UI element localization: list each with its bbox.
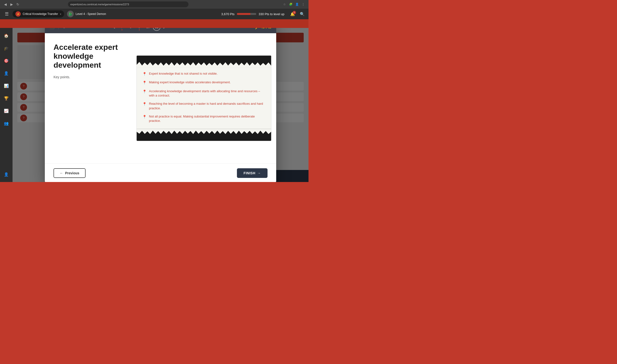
bullet-text-4: Reaching the level of becoming a master …: [149, 102, 265, 110]
slide-prev-button[interactable]: ◀: [110, 28, 117, 30]
lightning-icon: ⚡: [254, 28, 259, 30]
level-text: Level 4 - Speed Demon: [76, 12, 106, 16]
slide-9[interactable]: 9: [136, 28, 143, 31]
left-sidebar: 🏠 🎓 🎯 👤 📊 🏆 📈 👥 👤: [0, 28, 13, 182]
modal-dialog: ⬛ ↻ ◀ 7 8 9 10 11 ▶: [45, 28, 276, 182]
sidebar-item-reports[interactable]: 📈: [2, 107, 10, 115]
back-button[interactable]: ◀: [3, 2, 8, 7]
forward-button[interactable]: ▶: [9, 2, 14, 7]
sidebar-item-analytics[interactable]: 📊: [2, 82, 10, 90]
sidebar-item-team[interactable]: 👥: [2, 119, 10, 127]
bullet-text-3: Accelerating knowledge development start…: [149, 89, 265, 98]
sidebar-item-home[interactable]: 🏠: [2, 32, 10, 39]
modal-navbar: ⬛ ↻ ◀ 7 8 9 10 11 ▶: [45, 28, 276, 33]
previous-button[interactable]: ← Previous: [54, 168, 85, 178]
slide-bullet-2: 📍 Making expert knowledge visible accele…: [142, 80, 265, 85]
slide-card: 10 Pts 📍 Expert knowledge that is not sh…: [137, 55, 271, 141]
browser-chrome: ◀ ▶ ↻ expertized.eu.centrical.me/w/game/…: [0, 0, 308, 9]
slide-7[interactable]: 7: [118, 28, 126, 31]
finish-arrow-icon: →: [257, 171, 261, 175]
app-topbar: ☰ ⚡ Critical Knowledge Transfer ▾ 🐉 Leve…: [0, 9, 308, 19]
pts-badge-value: 40 Pts: [261, 28, 271, 29]
pts-badge: ⚡ 40 Pts: [254, 28, 271, 30]
slide-bottom-decoration: [137, 129, 271, 141]
slide-content: 📍 Expert knowledge that is not shared is…: [137, 68, 271, 129]
modal-right-panel: 10 Pts 📍 Expert knowledge that is not sh…: [137, 33, 276, 163]
notification-count: 5: [293, 11, 296, 14]
menu-icon[interactable]: ⋮: [301, 2, 306, 7]
sidebar-item-missions[interactable]: 🎯: [2, 57, 10, 65]
pts-progress-bar: [237, 13, 256, 15]
finish-button[interactable]: FINISH →: [237, 168, 268, 178]
slide-8[interactable]: 8: [127, 28, 135, 31]
slide-11[interactable]: 11: [153, 28, 161, 31]
reload-button[interactable]: ↻: [15, 2, 20, 7]
modal-title: Accelerate expert knowledge development: [54, 43, 128, 69]
address-bar[interactable]: expertized.eu.centrical.me/w/game/missio…: [68, 1, 189, 7]
sidebar-item-user[interactable]: 👤: [2, 170, 10, 178]
search-icon[interactable]: 🔍: [300, 12, 305, 16]
modal-footer: ← Previous FINISH →: [45, 163, 276, 182]
level-avatar: 🐉: [67, 11, 74, 17]
slide-navigation: ◀ 7 8 9 10 11 ▶: [110, 28, 168, 31]
modal-body: Accelerate expert knowledge development …: [45, 33, 276, 163]
app-background: ☰ ⚡ Critical Knowledge Transfer ▾ 🐉 Leve…: [0, 9, 308, 182]
browser-action-icons: ☆ 🧩 👤 ⋮: [282, 2, 306, 7]
slide-bullet-3: 📍 Accelerating knowledge development sta…: [142, 89, 265, 98]
bullet-text-2: Making expert knowledge visible accelera…: [149, 80, 231, 84]
extension-icon[interactable]: 🧩: [288, 2, 293, 7]
slide-bullet-1: 📍 Expert knowledge that is not shared is…: [142, 72, 265, 77]
game-title-badge[interactable]: ⚡ Critical Knowledge Transfer ▾: [13, 10, 64, 18]
main-area: ? ? ? ? Try again ⬛ ↻: [13, 28, 308, 182]
url-text: expertized.eu.centrical.me/w/game/missio…: [70, 3, 129, 6]
sidebar-item-learning[interactable]: 🎓: [2, 44, 10, 52]
pin-icon-3: 📍: [142, 89, 147, 94]
pts-to-level-text: 330 Pts to level up: [259, 12, 284, 16]
slide-bullet-5: 📍 Not all practice is equal. Making subs…: [142, 114, 265, 123]
slide-next-button[interactable]: ▶: [162, 28, 168, 30]
pin-icon-5: 📍: [142, 115, 147, 119]
previous-label: Previous: [65, 171, 79, 175]
pts-section: 3,670 Pts 330 Pts to level up: [221, 12, 284, 16]
profile-icon[interactable]: 👤: [295, 2, 299, 7]
browser-nav[interactable]: ◀ ▶ ↻: [3, 2, 20, 7]
notifications-bell[interactable]: 🔔 5: [290, 12, 295, 16]
slide-bullet-4: 📍 Reaching the level of becoming a maste…: [142, 102, 265, 110]
torn-edge-bottom: [137, 129, 271, 136]
level-badge: 🐉 Level 4 - Speed Demon: [67, 11, 106, 17]
torn-edge-top: [137, 60, 271, 68]
pin-icon-4: 📍: [142, 102, 147, 107]
star-icon[interactable]: ☆: [282, 2, 287, 7]
game-title-text: Critical Knowledge Transfer: [23, 12, 58, 16]
sidebar-item-achievements[interactable]: 🏆: [2, 94, 10, 102]
pts-value: 3,670 Pts: [221, 12, 234, 16]
exit-icon[interactable]: ⬛: [50, 28, 55, 29]
finish-label: FINISH: [244, 171, 256, 175]
modal-left-panel: Accelerate expert knowledge development …: [45, 33, 137, 163]
pin-icon-1: 📍: [142, 72, 147, 77]
modal-subtitle: Key points.: [54, 75, 128, 79]
sidebar-item-profile[interactable]: 👤: [2, 69, 10, 77]
bullet-text-5: Not all practice is equal. Making substa…: [149, 114, 265, 123]
hamburger-menu[interactable]: ☰: [4, 10, 10, 18]
bullet-text-1: Expert knowledge that is not shared is n…: [149, 72, 218, 76]
pin-icon-2: 📍: [142, 80, 147, 85]
nav-separator: [58, 28, 59, 29]
previous-arrow-icon: ←: [60, 171, 63, 175]
slide-top-decoration: [137, 56, 271, 68]
dropdown-arrow-icon: ▾: [60, 13, 61, 15]
refresh-icon[interactable]: ↻: [62, 28, 66, 29]
pts-bar-fill: [237, 13, 250, 15]
slide-10[interactable]: 10: [144, 28, 152, 31]
game-icon: ⚡: [15, 11, 21, 17]
